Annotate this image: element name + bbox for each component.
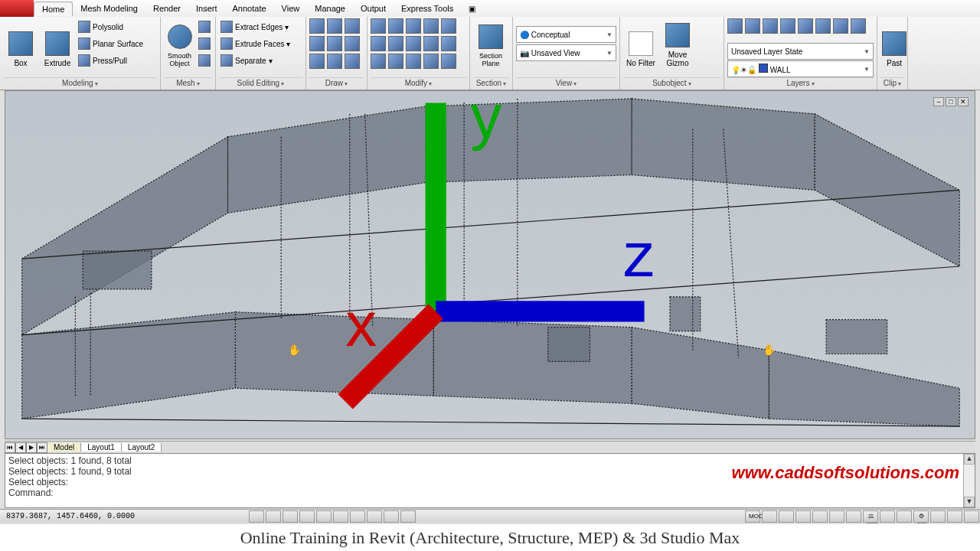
extrude-button[interactable]: Extrude [40, 18, 75, 69]
draw-tool-icon[interactable] [345, 18, 360, 34]
visual-style-combo[interactable]: 🔵 Conceptual▼ [516, 26, 616, 43]
planar-surface-button[interactable]: Planar Surface [77, 35, 145, 52]
extract-edges-button[interactable]: Extract Edges▾ [219, 18, 292, 35]
ortho-toggle-icon[interactable] [283, 510, 298, 523]
grid-toggle-icon[interactable] [266, 510, 281, 523]
layer-tool-icon[interactable] [833, 18, 848, 34]
ucs-icon[interactable]: y z x [21, 90, 975, 416]
draw-tool-icon[interactable] [309, 18, 325, 34]
saved-view-combo[interactable]: 📷 Unsaved View▼ [516, 44, 616, 61]
lwt-toggle-icon[interactable] [384, 510, 399, 523]
ducs-toggle-icon[interactable] [350, 510, 365, 523]
command-scrollbar[interactable]: ▲ ▼ [963, 454, 975, 507]
no-filter-button[interactable]: No Filter [623, 18, 658, 69]
layout-tab-layout1[interactable]: Layout1 [81, 443, 122, 452]
snap-toggle-icon[interactable] [249, 510, 264, 523]
draw-tool-icon[interactable] [345, 54, 360, 69]
modify-tool-icon[interactable] [406, 54, 421, 69]
modify-tool-icon[interactable] [423, 54, 439, 69]
panel-title-draw[interactable]: Draw [309, 77, 364, 88]
status-icon[interactable] [880, 510, 895, 523]
status-icon[interactable] [829, 510, 844, 523]
section-plane-button[interactable]: Section Plane [473, 18, 508, 69]
app-logo-icon[interactable] [0, 0, 34, 17]
mesh-tool-1[interactable] [197, 18, 212, 35]
layer-tool-icon[interactable] [780, 18, 795, 34]
coordinate-readout[interactable]: 8379.3687, 1457.6460, 0.0000 [0, 512, 141, 520]
status-icon[interactable] [846, 510, 861, 523]
modify-tool-icon[interactable] [441, 36, 456, 51]
tab-render[interactable]: Render [145, 2, 188, 15]
current-layer-combo[interactable]: 💡☀🔓 WALL▼ [727, 60, 874, 77]
mesh-tool-3[interactable] [197, 52, 212, 69]
draw-tool-icon[interactable] [345, 36, 360, 51]
modify-tool-icon[interactable] [406, 36, 421, 51]
panel-title-solid-editing[interactable]: Solid Editing [219, 77, 302, 88]
modify-tool-icon[interactable] [441, 18, 456, 34]
move-gizmo-button[interactable]: Move Gizmo [660, 18, 695, 69]
model-space-button[interactable]: MODEL [745, 510, 760, 523]
tab-mesh-modeling[interactable]: Mesh Modeling [73, 2, 145, 15]
modify-tool-icon[interactable] [388, 36, 403, 51]
qp-toggle-icon[interactable] [400, 510, 416, 523]
osnap-toggle-icon[interactable] [316, 510, 332, 523]
command-window[interactable]: Select objects: 1 found, 8 total Select … [5, 453, 975, 508]
command-prompt[interactable]: Command: [8, 487, 972, 498]
draw-tool-icon[interactable] [327, 54, 342, 69]
status-icon[interactable] [795, 510, 811, 523]
status-icon[interactable] [930, 510, 946, 523]
status-icon[interactable] [812, 510, 828, 523]
panel-title-layers[interactable]: Layers [727, 77, 874, 88]
layer-tool-icon[interactable] [815, 18, 831, 34]
annotation-scale-combo[interactable]: ⚖ 1:1 ▾ [863, 510, 878, 523]
layer-state-combo[interactable]: Unsaved Layer State▼ [727, 43, 874, 60]
draw-tool-icon[interactable] [309, 36, 325, 51]
panel-title-modeling[interactable]: Modeling [3, 77, 157, 88]
scroll-down-icon[interactable]: ▼ [964, 497, 975, 507]
layer-tool-icon[interactable] [798, 18, 813, 34]
scroll-up-icon[interactable]: ▲ [964, 454, 975, 465]
panel-title-mesh[interactable]: Mesh [164, 77, 212, 88]
draw-tool-icon[interactable] [327, 18, 342, 34]
layout-tab-model[interactable]: Model [47, 443, 81, 452]
tab-nav-next-icon[interactable]: ▶ [26, 442, 37, 453]
status-icon[interactable] [779, 510, 794, 523]
tab-nav-first-icon[interactable]: ⏮ [5, 442, 15, 453]
tab-home[interactable]: Home [34, 2, 73, 16]
extrude-faces-button[interactable]: Extrude Faces▾ [219, 35, 292, 52]
tab-manage[interactable]: Manage [307, 2, 353, 15]
panel-expand-icon[interactable]: ▣ [469, 5, 475, 13]
paste-button[interactable]: Past [880, 18, 908, 69]
draw-tool-icon[interactable] [327, 36, 342, 51]
tab-nav-prev-icon[interactable]: ◀ [15, 442, 26, 453]
layer-tool-icon[interactable] [745, 18, 760, 34]
status-icon[interactable] [762, 510, 777, 523]
mesh-tool-2[interactable] [197, 35, 212, 52]
modify-tool-icon[interactable] [423, 36, 439, 51]
layout-tab-layout2[interactable]: Layout2 [122, 443, 162, 452]
status-icon[interactable] [897, 510, 912, 523]
tab-view[interactable]: View [274, 2, 308, 15]
panel-title-section[interactable]: Section [473, 77, 509, 88]
press-pull-button[interactable]: Press/Pull [77, 52, 145, 69]
polysolid-button[interactable]: Polysolid [77, 18, 145, 35]
modify-tool-icon[interactable] [371, 18, 386, 34]
modify-tool-icon[interactable] [371, 54, 386, 69]
modify-tool-icon[interactable] [406, 18, 421, 34]
tab-express-tools[interactable]: Express Tools [394, 2, 461, 15]
modify-tool-icon[interactable] [441, 54, 456, 69]
panel-title-view[interactable]: View [516, 77, 616, 88]
modify-tool-icon[interactable] [388, 54, 403, 69]
tab-insert[interactable]: Insert [188, 2, 225, 15]
box-button[interactable]: Box [3, 18, 38, 69]
modify-tool-icon[interactable] [423, 18, 439, 34]
otrack-toggle-icon[interactable] [333, 510, 348, 523]
panel-title-clip[interactable]: Clip [880, 77, 904, 88]
draw-tool-icon[interactable] [309, 54, 325, 69]
dyn-toggle-icon[interactable] [367, 510, 382, 523]
layer-tool-icon[interactable] [727, 18, 743, 34]
smooth-object-button[interactable]: Smooth Object [164, 18, 195, 69]
modify-tool-icon[interactable] [388, 18, 403, 34]
viewport-3d[interactable]: – □ ✕ [5, 90, 975, 439]
separate-button[interactable]: Separate▾ [219, 52, 292, 69]
